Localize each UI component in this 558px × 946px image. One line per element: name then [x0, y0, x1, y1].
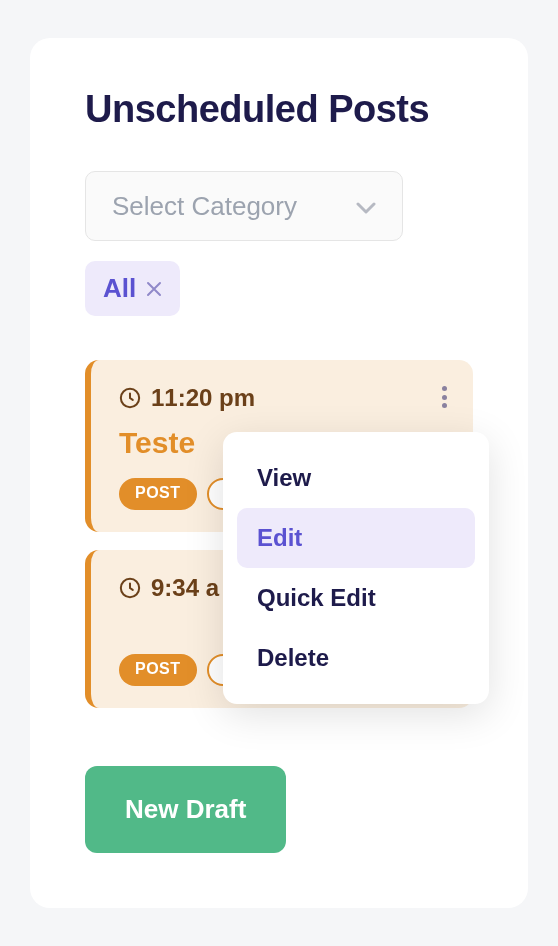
posts-list: 11:20 pm Teste POST D View Edit Quick Ed… [85, 360, 473, 708]
clock-icon [119, 387, 141, 409]
post-badges: POST D [119, 654, 239, 686]
category-select-placeholder: Select Category [112, 191, 297, 222]
dropdown-item-quick-edit[interactable]: Quick Edit [237, 568, 475, 628]
dropdown-menu: View Edit Quick Edit Delete [223, 432, 489, 704]
close-icon[interactable] [146, 281, 162, 297]
dropdown-item-view[interactable]: View [237, 448, 475, 508]
post-time: 9:34 a [151, 574, 219, 602]
clock-icon [119, 577, 141, 599]
chevron-down-icon [356, 200, 376, 212]
category-select[interactable]: Select Category [85, 171, 403, 241]
post-badges: POST D [119, 478, 239, 510]
badge-post: POST [119, 478, 197, 510]
page-title: Unscheduled Posts [85, 88, 473, 131]
dropdown-item-edit[interactable]: Edit [237, 508, 475, 568]
new-draft-button[interactable]: New Draft [85, 766, 286, 853]
more-button[interactable] [435, 384, 453, 410]
post-header: 11:20 pm [119, 384, 447, 412]
dropdown-item-delete[interactable]: Delete [237, 628, 475, 688]
main-card: Unscheduled Posts Select Category All [30, 38, 528, 908]
badge-post: POST [119, 654, 197, 686]
filter-chip-all[interactable]: All [85, 261, 180, 316]
filter-chip-label: All [103, 273, 136, 304]
post-time: 11:20 pm [151, 384, 255, 412]
post-title: Teste [119, 426, 239, 460]
